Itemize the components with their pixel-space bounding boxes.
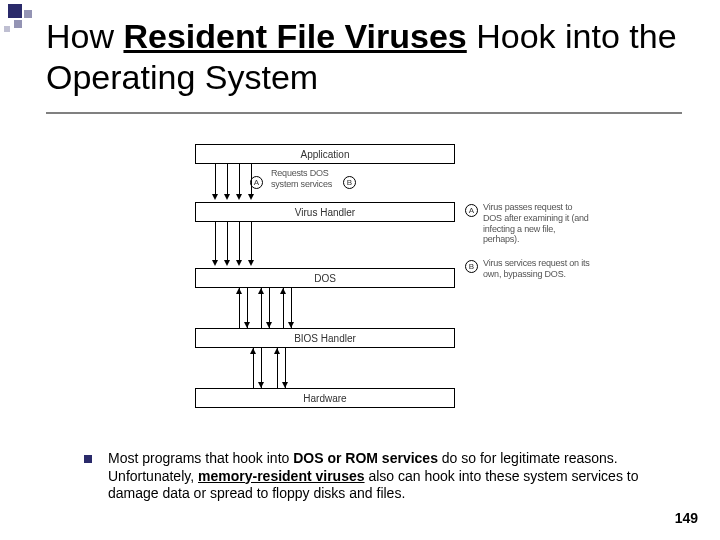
page-number: 149: [675, 510, 698, 526]
bullet-text: Most programs that hook into DOS or ROM …: [108, 450, 684, 503]
request-label: Requests DOS system services: [271, 168, 341, 190]
marker-b: B: [343, 176, 356, 189]
box-application: Application: [195, 144, 455, 164]
box-dos: DOS: [195, 268, 455, 288]
bullet-b1: DOS or ROM services: [293, 450, 438, 466]
slide-title: How Resident File Viruses Hook into the …: [46, 16, 686, 98]
note-marker-a: A: [465, 204, 478, 217]
architecture-diagram: Application Virus Handler DOS BIOS Handl…: [175, 144, 575, 424]
note-marker-b: B: [465, 260, 478, 273]
note-b-text: Virus services request on its own, bypas…: [483, 258, 593, 280]
bullet-b2: memory-resident viruses: [198, 468, 365, 484]
bullet-item: Most programs that hook into DOS or ROM …: [84, 450, 684, 503]
box-hardware: Hardware: [195, 388, 455, 408]
title-divider: [46, 112, 682, 114]
title-pre: How: [46, 17, 123, 55]
box-bios-handler: BIOS Handler: [195, 328, 455, 348]
bullet-icon: [84, 455, 92, 463]
corner-decoration: [0, 0, 50, 40]
bullet-p1: Most programs that hook into: [108, 450, 293, 466]
box-virus-handler: Virus Handler: [195, 202, 455, 222]
note-a-text: Virus passes request to DOS after examin…: [483, 202, 593, 245]
title-topic: Resident File Viruses: [123, 17, 466, 55]
